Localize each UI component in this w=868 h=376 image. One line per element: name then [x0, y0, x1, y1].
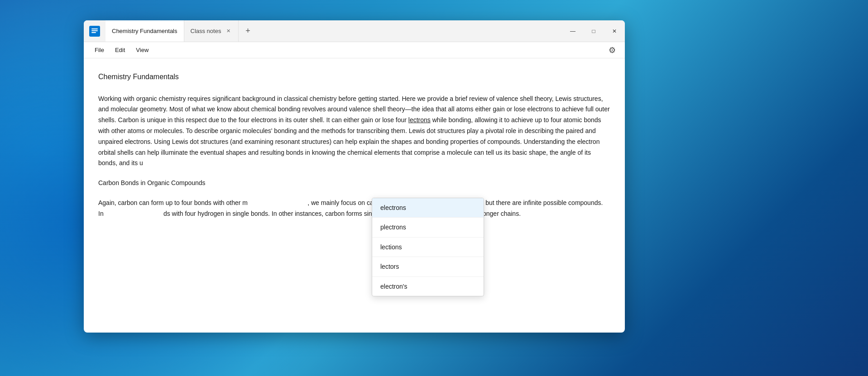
svg-rect-0 [91, 29, 98, 29]
autocomplete-item-1[interactable]: plectrons [372, 218, 484, 237]
menu-view[interactable]: View [130, 45, 154, 55]
svg-rect-1 [91, 30, 98, 31]
window-controls: — □ ✕ [562, 20, 625, 42]
tab-bar: Chemistry Fundamentals Class notes ✕ + [106, 20, 562, 42]
underlined-word: lectrons [408, 116, 431, 124]
autocomplete-item-3[interactable]: lectors [372, 257, 484, 276]
maximize-button[interactable]: □ [583, 20, 604, 42]
menu-file[interactable]: File [89, 45, 110, 55]
titlebar: Chemistry Fundamentals Class notes ✕ + —… [84, 20, 625, 42]
tab-class-notes[interactable]: Class notes ✕ [184, 20, 239, 42]
autocomplete-item-0[interactable]: electrons [372, 198, 484, 218]
app-icon [89, 26, 100, 37]
titlebar-icon [84, 20, 106, 42]
minimize-button[interactable]: — [562, 20, 583, 42]
tab-class-notes-label: Class notes [191, 28, 221, 34]
svg-rect-2 [91, 32, 96, 33]
autocomplete-dropdown: electrons plectrons lections lectors ele… [372, 198, 484, 296]
paragraph-1: Working with organic chemistry requires … [98, 94, 610, 169]
menu-edit[interactable]: Edit [110, 45, 130, 55]
new-tab-button[interactable]: + [240, 24, 255, 38]
settings-icon[interactable]: ⚙ [605, 43, 619, 57]
document-title: Chemistry Fundamentals [98, 71, 610, 83]
tab-chemistry[interactable]: Chemistry Fundamentals [106, 20, 184, 42]
section-heading-carbon: Carbon Bonds in Organic Compounds [98, 178, 610, 189]
app-window: Chemistry Fundamentals Class notes ✕ + —… [84, 20, 625, 333]
close-button[interactable]: ✕ [604, 20, 625, 42]
tab-chemistry-label: Chemistry Fundamentals [112, 28, 177, 34]
menubar: File Edit View ⚙ [84, 42, 625, 58]
paragraph-2: Again, carbon can form up to four bonds … [98, 198, 610, 219]
tab-close-icon[interactable]: ✕ [225, 28, 232, 35]
document-content: Chemistry Fundamentals Working with orga… [84, 58, 625, 333]
autocomplete-item-4[interactable]: electron's [372, 277, 484, 296]
menubar-right: ⚙ [605, 43, 619, 57]
document-body[interactable]: Working with organic chemistry requires … [98, 94, 610, 219]
autocomplete-item-2[interactable]: lections [372, 238, 484, 257]
